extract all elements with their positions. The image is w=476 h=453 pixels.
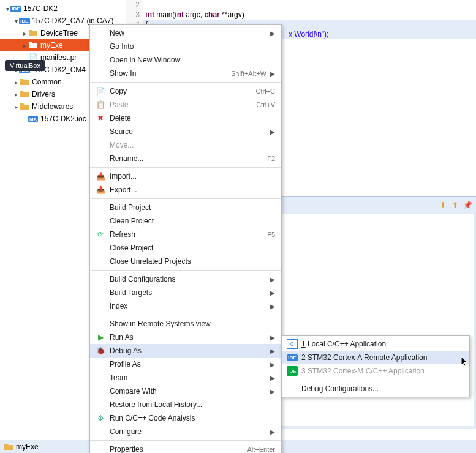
tree-item[interactable]: ▾ IDE 157C-DK2 — [0, 2, 123, 15]
menu-separator — [90, 198, 281, 199]
menu-refresh[interactable]: ⟳RefreshF5 — [90, 228, 281, 241]
expand-arrow-icon[interactable]: ▾ — [4, 6, 11, 12]
collapse-arrow-icon[interactable]: ▸ — [12, 103, 20, 110]
menu-debug-as[interactable]: 🐞Debug As▶ — [90, 344, 281, 358]
menu-build-project[interactable]: Build Project — [90, 201, 281, 214]
menu-build-config[interactable]: Build Configurations▶ — [90, 272, 281, 286]
tree-label: Drivers — [32, 90, 55, 99]
pin-icon[interactable]: 📌 — [463, 200, 472, 210]
line-number: 2 — [126, 0, 143, 10]
menu-close-unrelated[interactable]: Close Unrelated Projects — [90, 255, 281, 268]
collapse-arrow-icon[interactable]: ▸ — [12, 79, 20, 86]
menu-copy[interactable]: 📄CopyCtrl+C — [90, 84, 281, 98]
tree-label: DeviceTree — [40, 29, 78, 37]
submenu-cortex-m-app: IDE 3 STM32 Cortex-M C/C++ Application — [282, 364, 469, 378]
expand-arrow-icon[interactable]: ▾ — [12, 18, 20, 24]
menu-delete[interactable]: ✖Delete — [90, 111, 281, 125]
menu-go-into[interactable]: Go Into — [90, 40, 281, 53]
folder-icon — [4, 442, 13, 452]
submenu-arrow-icon: ▶ — [270, 388, 275, 395]
tree-label: 157C-DK2_CA7 (in CA7) — [32, 17, 113, 25]
tree-label: Middlewares — [32, 102, 73, 111]
menu-run-as[interactable]: ▶Run As▶ — [90, 331, 281, 344]
ide-dark-icon: IDE — [287, 366, 298, 376]
paste-icon: 📋 — [95, 100, 106, 110]
submenu-arrow-icon: ▶ — [270, 348, 275, 354]
menu-separator — [90, 315, 281, 315]
tree-label: myExe — [40, 41, 63, 50]
menu-separator — [282, 380, 469, 380]
refresh-icon: ⟳ — [95, 230, 106, 239]
run-icon: ▶ — [95, 332, 106, 342]
menu-rename[interactable]: Rename...F2 — [90, 152, 281, 165]
submenu-arrow-icon: ▶ — [270, 129, 275, 135]
menu-paste: 📋PasteCtrl+V — [90, 98, 281, 111]
menu-restore-history[interactable]: Restore from Local History... — [90, 398, 281, 411]
collapse-arrow-icon[interactable]: ▸ — [21, 42, 28, 49]
submenu-arrow-icon: ▶ — [270, 303, 275, 310]
import-icon: 📥 — [95, 171, 106, 181]
ide-icon: IDE — [11, 4, 21, 13]
folder-icon — [20, 89, 29, 99]
menu-properties[interactable]: PropertiesAlt+Enter — [90, 443, 281, 453]
tree-label: 157C-DK2 — [23, 4, 58, 13]
tooltip-virtualbox: VirtualBox — [5, 60, 45, 71]
menu-import[interactable]: 📥Import... — [90, 170, 281, 183]
mx-icon: MX — [28, 114, 38, 124]
folder-icon — [28, 28, 38, 38]
menu-new[interactable]: New▶ — [90, 26, 281, 40]
menu-separator — [90, 82, 281, 83]
collapse-arrow-icon[interactable]: ▸ — [12, 91, 20, 98]
menu-index[interactable]: Index▶ — [90, 299, 281, 313]
folder-icon — [20, 102, 29, 111]
debug-icon: 🐞 — [95, 346, 106, 356]
menu-show-in[interactable]: Show InShift+Alt+W▶ — [90, 67, 281, 80]
debug-as-submenu: C 1 Local C/C++ Application IDE 2 STM32 … — [281, 335, 470, 397]
submenu-debug-config[interactable]: Debug Configurations... — [282, 382, 469, 395]
submenu-arrow-icon: ▶ — [270, 30, 275, 37]
menu-separator — [90, 440, 281, 441]
arrow-down-icon[interactable]: ⬇ — [438, 200, 448, 210]
menu-compare-with[interactable]: Compare With▶ — [90, 384, 281, 398]
gear-icon: ⚙ — [95, 413, 106, 423]
tree-label: manifest.pr — [40, 53, 77, 62]
submenu-arrow-icon: ▶ — [270, 375, 275, 381]
submenu-arrow-icon: ▶ — [270, 276, 275, 283]
menu-team[interactable]: Team▶ — [90, 371, 281, 384]
status-label: myExe — [16, 443, 39, 451]
menu-move: Move... — [90, 138, 281, 152]
menu-close-project[interactable]: Close Project — [90, 241, 281, 255]
tree-label: 157C-DK2.ioc — [40, 114, 86, 123]
context-menu: New▶ Go Into Open in New Window Show InS… — [89, 24, 282, 453]
tree-label: Common — [32, 78, 62, 86]
submenu-arrow-icon: ▶ — [270, 361, 275, 368]
menu-run-analysis[interactable]: ⚙Run C/C++ Code Analysis — [90, 411, 281, 425]
export-icon: 📤 — [95, 185, 106, 195]
submenu-arrow-icon: ▶ — [270, 334, 275, 341]
executable-icon — [28, 40, 38, 50]
delete-icon: ✖ — [95, 113, 106, 123]
submenu-local-app[interactable]: C 1 Local C/C++ Application — [282, 337, 469, 351]
line-number: 3 — [126, 10, 143, 20]
menu-separator — [90, 270, 281, 271]
copy-icon: 📄 — [95, 86, 106, 96]
folder-icon — [20, 77, 29, 87]
submenu-arrow-icon: ▶ — [270, 290, 275, 296]
menu-export[interactable]: 📤Export... — [90, 183, 281, 197]
menu-separator — [90, 167, 281, 168]
c-app-icon: C — [287, 339, 298, 349]
menu-profile-as[interactable]: Profile As▶ — [90, 358, 281, 371]
menu-clean-project[interactable]: Clean Project — [90, 214, 281, 228]
submenu-arrow-icon: ▶ — [270, 70, 275, 77]
menu-source[interactable]: Source▶ — [90, 125, 281, 138]
ide-icon: IDE — [287, 353, 298, 362]
menu-show-remote[interactable]: Show in Remote Systems view — [90, 317, 281, 331]
menu-open-new-window[interactable]: Open in New Window — [90, 53, 281, 67]
menu-configure[interactable]: Configure▶ — [90, 425, 281, 438]
collapse-arrow-icon[interactable]: ▸ — [21, 30, 28, 37]
arrow-up-icon[interactable]: ⬆ — [450, 200, 460, 210]
keyword: int — [145, 10, 154, 19]
submenu-cortex-a-remote[interactable]: IDE 2 STM32 Cortex-A Remote Application — [282, 351, 469, 364]
submenu-arrow-icon: ▶ — [270, 429, 275, 435]
menu-build-targets[interactable]: Build Targets▶ — [90, 286, 281, 299]
